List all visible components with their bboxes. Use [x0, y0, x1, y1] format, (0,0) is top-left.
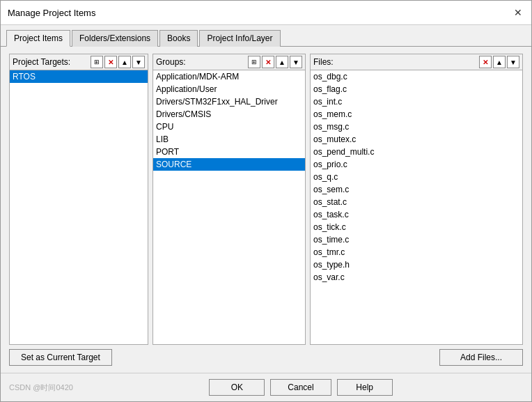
close-button[interactable]: ✕ [512, 6, 524, 19]
files-up-button[interactable]: ▲ [493, 56, 506, 68]
help-button[interactable]: Help [337, 379, 393, 396]
tab-project-items[interactable]: Project Items [6, 30, 70, 47]
targets-new-button[interactable]: ⊞ [91, 56, 103, 68]
set-current-target-button[interactable]: Set as Current Target [9, 349, 112, 366]
bottom-left-actions: Set as Current Target [9, 349, 112, 366]
footer-note: CSDN @时间0420 [9, 382, 79, 393]
targets-up-button[interactable]: ▲ [118, 56, 131, 68]
targets-header: Project Targets: ⊞ ✕ ▲ ▼ [10, 54, 148, 70]
groups-new-button[interactable]: ⊞ [248, 56, 260, 68]
dialog-title: Manage Project Items [8, 8, 95, 18]
list-item[interactable]: SOURCE [153, 158, 305, 171]
list-item[interactable]: os_var.c [311, 271, 522, 284]
list-item[interactable]: Application/MDK-ARM [153, 70, 305, 83]
targets-label: Project Targets: [13, 57, 89, 67]
add-files-button[interactable]: Add Files... [439, 349, 523, 366]
list-item[interactable]: os_pend_multi.c [311, 146, 522, 158]
list-item[interactable]: CPU [153, 121, 305, 133]
list-item[interactable]: os_mutex.c [311, 133, 522, 146]
tab-folders-extensions[interactable]: Folders/Extensions [72, 30, 158, 47]
cancel-button[interactable]: Cancel [270, 379, 331, 396]
list-item[interactable]: os_prio.c [311, 158, 522, 171]
list-item[interactable]: RTOS [10, 70, 148, 83]
tab-books[interactable]: Books [159, 30, 198, 47]
files-down-button[interactable]: ▼ [507, 56, 519, 68]
list-item[interactable]: Application/User [153, 83, 305, 95]
targets-list[interactable]: RTOS [10, 70, 148, 344]
list-item[interactable]: os_type.h [311, 258, 522, 271]
groups-down-button[interactable]: ▼ [290, 56, 302, 68]
list-item[interactable]: os_tmr.c [311, 246, 522, 258]
files-panel: Files: ✕ ▲ ▼ os_dbg.c os_flag.c os_int.c… [310, 54, 523, 345]
groups-label: Groups: [156, 57, 247, 67]
files-delete-button[interactable]: ✕ [479, 56, 492, 68]
list-item[interactable]: os_stat.c [311, 196, 522, 208]
groups-delete-button[interactable]: ✕ [262, 56, 274, 68]
list-item[interactable]: os_task.c [311, 208, 522, 221]
list-item[interactable]: os_msg.c [311, 121, 522, 133]
footer-buttons: OK Cancel Help [79, 379, 523, 396]
list-item[interactable]: LIB [153, 133, 305, 146]
list-item[interactable]: Drivers/STM32F1xx_HAL_Driver [153, 95, 305, 108]
targets-down-button[interactable]: ▼ [132, 56, 145, 68]
list-item[interactable]: Drivers/CMSIS [153, 108, 305, 121]
bottom-action-bar: Set as Current Target Add Files... [9, 345, 523, 366]
list-item[interactable]: os_mem.c [311, 108, 522, 121]
main-content: Project Targets: ⊞ ✕ ▲ ▼ RTOS Groups: ⊞ … [1, 47, 531, 373]
files-list[interactable]: os_dbg.c os_flag.c os_int.c os_mem.c os_… [311, 70, 522, 344]
list-item[interactable]: os_q.c [311, 171, 522, 183]
groups-panel: Groups: ⊞ ✕ ▲ ▼ Application/MDK-ARM Appl… [152, 54, 306, 345]
files-label: Files: [313, 57, 478, 67]
list-item[interactable]: os_flag.c [311, 83, 522, 95]
targets-delete-button[interactable]: ✕ [104, 56, 117, 68]
list-item[interactable]: os_tick.c [311, 221, 522, 233]
ok-button[interactable]: OK [209, 379, 265, 396]
project-targets-panel: Project Targets: ⊞ ✕ ▲ ▼ RTOS [9, 54, 148, 345]
groups-list[interactable]: Application/MDK-ARM Application/User Dri… [153, 70, 305, 344]
bottom-right-actions: Add Files... [439, 349, 523, 366]
files-header: Files: ✕ ▲ ▼ [311, 54, 522, 70]
list-item[interactable]: os_sem.c [311, 183, 522, 196]
panels-container: Project Targets: ⊞ ✕ ▲ ▼ RTOS Groups: ⊞ … [9, 54, 523, 345]
dialog-footer: CSDN @时间0420 OK Cancel Help [1, 373, 531, 401]
groups-header: Groups: ⊞ ✕ ▲ ▼ [153, 54, 305, 70]
list-item[interactable]: PORT [153, 146, 305, 158]
list-item[interactable]: os_dbg.c [311, 70, 522, 83]
title-bar: Manage Project Items ✕ [1, 1, 531, 25]
list-item[interactable]: os_int.c [311, 95, 522, 108]
groups-up-button[interactable]: ▲ [276, 56, 288, 68]
tab-project-info-layer[interactable]: Project Info/Layer [199, 30, 280, 47]
list-item[interactable]: os_time.c [311, 233, 522, 246]
tab-bar: Project Items Folders/Extensions Books P… [1, 25, 531, 47]
dialog: Manage Project Items ✕ Project Items Fol… [0, 0, 532, 402]
